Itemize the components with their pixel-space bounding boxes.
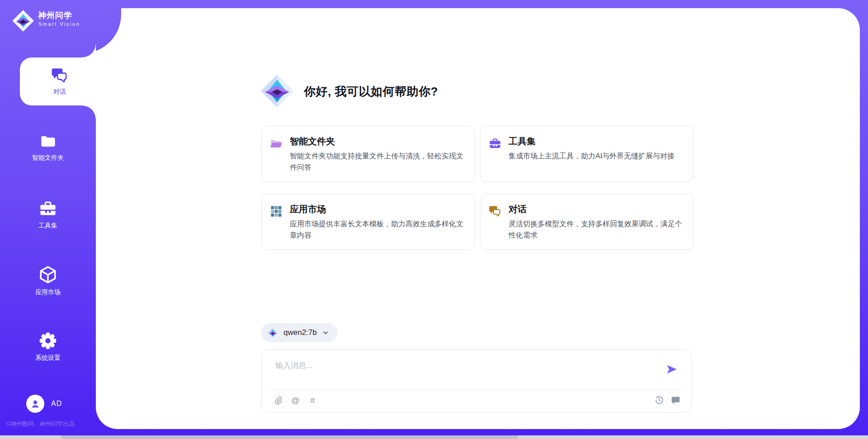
greeting-text: 你好, 我可以如何帮助你?	[304, 84, 438, 100]
send-icon[interactable]	[666, 363, 678, 375]
at-sign-icon[interactable]: @	[291, 396, 300, 405]
sidebar-item-toolset[interactable]: 工具集	[0, 200, 96, 230]
grid-icon	[270, 205, 283, 218]
composer-tools-right	[655, 396, 680, 405]
card-chat[interactable]: 对话 灵活切换多模型文件，支持多样回复效果调试，满足个性化需求	[480, 194, 693, 250]
brand-header: 神州问学 Smart Vision	[0, 0, 121, 53]
sidebar-item-label: 系统设置	[35, 354, 61, 362]
card-title: 应用市场	[290, 203, 326, 215]
model-name: qwen2:7b	[283, 328, 317, 337]
card-description: 应用市场提供丰富长文本模板，助力高效生成多样化文章内容	[290, 218, 470, 241]
folder-icon	[40, 133, 57, 150]
card-title: 工具集	[509, 135, 536, 148]
folder-open-icon	[270, 137, 283, 150]
card-description: 集成市场上主流工具，助力AI与外界无缝扩展与对接	[509, 150, 689, 162]
chat-bubble-icon[interactable]	[671, 396, 680, 405]
brand-logo-icon	[12, 10, 34, 32]
message-composer: @ #	[261, 349, 692, 413]
horizontal-scrollbar[interactable]	[0, 435, 868, 439]
sidebar-item-chat[interactable]: 对话	[20, 57, 99, 105]
chevron-down-icon	[322, 329, 329, 336]
sidebar-item-label: 智能文件夹	[32, 154, 64, 162]
card-toolset[interactable]: 工具集 集成市场上主流工具，助力AI与外界无缝扩展与对接	[480, 126, 693, 182]
card-description: 智能文件夹功能支持批量文件上传与清洗，轻松实现文件问答	[290, 150, 470, 173]
main-content: 你好, 我可以如何帮助你? 智能文件夹 智能文件夹功能支持批量文件上传与清洗，轻…	[96, 8, 860, 429]
avatar	[26, 395, 44, 413]
model-selector[interactable]: qwen2:7b	[261, 323, 337, 342]
chat-bubbles-icon	[51, 67, 68, 84]
composer-divider	[268, 390, 685, 390]
paperclip-icon[interactable]	[274, 396, 283, 405]
toolbox-icon	[39, 200, 57, 218]
card-app-market[interactable]: 应用市场 应用市场提供丰富长文本模板，助力高效生成多样化文章内容	[261, 194, 475, 250]
cube-icon	[38, 265, 57, 284]
toolbox-icon	[489, 137, 501, 150]
user-profile[interactable]: AD	[26, 395, 62, 413]
tab-fillet-top	[82, 44, 96, 57]
greeting-logo-icon	[260, 74, 294, 108]
hash-icon[interactable]: #	[308, 396, 317, 405]
sidebar-item-settings[interactable]: 系统设置	[0, 332, 96, 362]
composer-tools-left: @ #	[274, 396, 317, 405]
model-logo-icon	[267, 327, 278, 339]
history-icon[interactable]	[655, 396, 664, 405]
sidebar-item-smart-folder[interactable]: 智能文件夹	[0, 133, 96, 162]
gear-icon	[39, 332, 57, 350]
sidebar-footer: ©神州数码 · 神州问学出品	[6, 420, 75, 428]
sidebar-item-label: 应用市场	[35, 288, 61, 296]
app: 你好, 我可以如何帮助你? 智能文件夹 智能文件夹功能支持批量文件上传与清洗，轻…	[0, 0, 868, 439]
sidebar-item-app-market[interactable]: 应用市场	[0, 265, 96, 296]
brand-title: 神州问学	[38, 10, 72, 21]
sidebar-item-label: 对话	[53, 88, 66, 96]
card-smart-folder[interactable]: 智能文件夹 智能文件夹功能支持批量文件上传与清洗，轻松实现文件问答	[261, 126, 475, 182]
sidebar-item-label: 工具集	[38, 222, 57, 230]
message-input[interactable]	[274, 356, 656, 375]
card-title: 智能文件夹	[290, 135, 335, 148]
card-title: 对话	[509, 203, 527, 215]
brand-subtitle: Smart Vision	[38, 21, 80, 27]
tab-fillet-bottom	[82, 105, 96, 119]
scrollbar-thumb[interactable]	[61, 435, 518, 439]
card-description: 灵活切换多模型文件，支持多样回复效果调试，满足个性化需求	[509, 218, 689, 241]
chat-bubbles-icon	[489, 205, 501, 218]
user-name: AD	[51, 400, 62, 408]
